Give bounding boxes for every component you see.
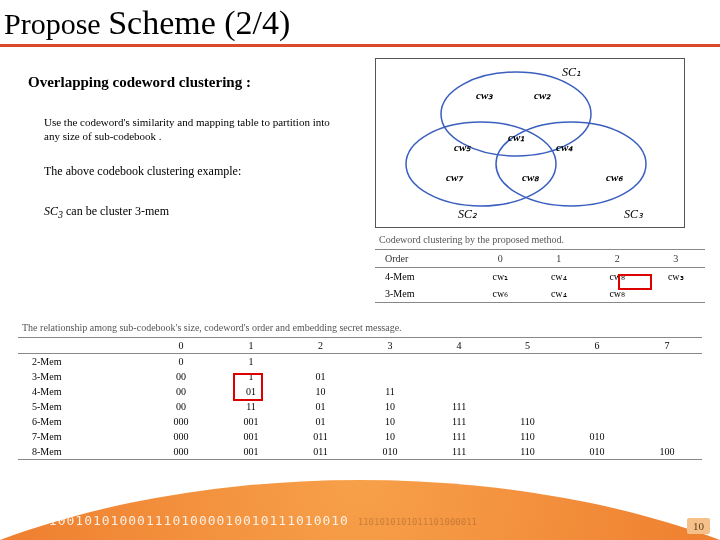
td: 11 (355, 384, 425, 399)
td: 110 (493, 444, 562, 460)
td (632, 429, 702, 444)
th: 2 (588, 250, 646, 268)
venn-label-sc1: SC₁ (562, 65, 581, 80)
venn-cw2: cw₂ (534, 89, 550, 102)
td (632, 354, 702, 370)
venn-cw5: cw₅ (454, 141, 470, 154)
td (425, 354, 493, 370)
td (632, 414, 702, 429)
td: 1 (216, 354, 286, 370)
table-clustering: Codeword clustering by the proposed meth… (375, 232, 705, 303)
venn-label-sc3: SC₃ (624, 207, 643, 222)
table-relationship-grid: 0 1 2 3 4 5 6 7 2-Mem01 3-Mem00101 4-Mem… (18, 337, 702, 460)
td: 6-Mem (18, 414, 146, 429)
td (493, 399, 562, 414)
td: 01 (286, 369, 355, 384)
td: 111 (425, 414, 493, 429)
td (286, 354, 355, 370)
td (562, 399, 632, 414)
th: 1 (530, 250, 588, 268)
td (632, 384, 702, 399)
th: 7 (632, 338, 702, 354)
page-title: Propose Scheme (2/4) (4, 4, 290, 42)
td: 111 (425, 429, 493, 444)
td: 3-Mem (375, 285, 471, 303)
td: 011 (286, 429, 355, 444)
td: 000 (146, 429, 216, 444)
sc3-symbol: SC3 (44, 204, 63, 218)
th (18, 338, 146, 354)
td: 010 (562, 429, 632, 444)
td: 11 (216, 399, 286, 414)
td (355, 354, 425, 370)
page-number: 10 (687, 518, 710, 534)
svg-point-1 (406, 122, 556, 206)
td: 01 (286, 414, 355, 429)
td: 4-Mem (18, 384, 146, 399)
venn-cw3: cw₃ (476, 89, 492, 102)
venn-cw6: cw₆ (606, 171, 622, 184)
td: 2-Mem (18, 354, 146, 370)
td: 111 (425, 399, 493, 414)
td: 001 (216, 429, 286, 444)
table-relationship-caption: The relationship among sub-codebook's si… (18, 320, 702, 337)
highlight-box (233, 373, 263, 401)
td: 011 (286, 444, 355, 460)
td: 10 (355, 399, 425, 414)
slide-footer: 01001010100011101000010010111010010 1101… (0, 480, 720, 540)
venn-cw7: cw₇ (446, 171, 462, 184)
td: 100 (632, 444, 702, 460)
td (562, 414, 632, 429)
binary-faint: 1101010101011101000011 (358, 517, 477, 527)
td: 000 (146, 444, 216, 460)
td: 10 (286, 384, 355, 399)
td: 111 (425, 444, 493, 460)
td: 10 (355, 414, 425, 429)
th: 3 (646, 250, 705, 268)
td: 4-Mem (375, 268, 471, 286)
title-part-b: Scheme (2/4) (108, 4, 290, 41)
body-text-2: The above codebook clustering example: (44, 164, 304, 180)
td (355, 369, 425, 384)
venn-label-sc2: SC₂ (458, 207, 477, 222)
th: Order (375, 250, 471, 268)
td (425, 369, 493, 384)
td: 01 (286, 399, 355, 414)
td: cw₆ (471, 285, 529, 303)
th: 4 (425, 338, 493, 354)
td: 001 (216, 414, 286, 429)
th: 3 (355, 338, 425, 354)
body-text-1: Use the codeword's similarity and mappin… (44, 116, 334, 144)
td: 0 (146, 354, 216, 370)
td (632, 399, 702, 414)
td: cw₁ (471, 268, 529, 286)
td: 00 (146, 384, 216, 399)
binary-digits: 01001010100011101000010010111010010 (40, 513, 349, 528)
table-clustering-grid: Order 0 1 2 3 4-Mem cw₁ cw₄ cw₈ cw₃ 3-Me… (375, 249, 705, 303)
venn-cw8: cw₈ (522, 171, 538, 184)
th: 0 (471, 250, 529, 268)
footer-binary: 01001010100011101000010010111010010 1101… (40, 513, 680, 528)
table-clustering-caption: Codeword clustering by the proposed meth… (375, 232, 705, 249)
venn-cw4: cw₄ (556, 141, 572, 154)
td (646, 285, 705, 303)
sc3-tail: can be cluster 3-mem (66, 204, 169, 218)
venn-cw1: cw₁ (508, 131, 524, 144)
title-underline (0, 44, 720, 47)
td: 8-Mem (18, 444, 146, 460)
td (562, 384, 632, 399)
td: 110 (493, 414, 562, 429)
td: 10 (355, 429, 425, 444)
td (562, 354, 632, 370)
td: 7-Mem (18, 429, 146, 444)
td: 010 (562, 444, 632, 460)
venn-svg (376, 59, 686, 229)
slide: Propose Scheme (2/4) Overlapping codewor… (0, 0, 720, 540)
td: 5-Mem (18, 399, 146, 414)
td: 010 (355, 444, 425, 460)
td: 00 (146, 399, 216, 414)
td: 000 (146, 414, 216, 429)
td: 3-Mem (18, 369, 146, 384)
title-part-a: Propose (4, 7, 101, 40)
th: 6 (562, 338, 632, 354)
